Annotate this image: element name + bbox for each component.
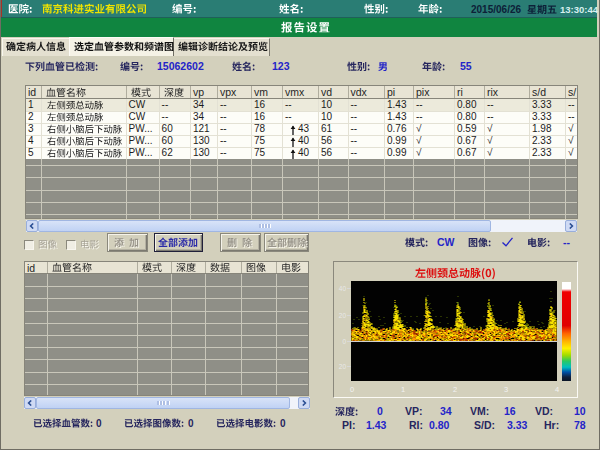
svg-text:0: 0 <box>342 338 346 345</box>
svg-text:3: 3 <box>504 385 508 394</box>
svg-text:2: 2 <box>453 385 457 394</box>
svg-text:0: 0 <box>350 385 354 394</box>
svg-text:40: 40 <box>339 285 347 292</box>
svg-text:4: 4 <box>555 385 559 394</box>
svg-text:1: 1 <box>401 385 405 394</box>
svg-text:20: 20 <box>339 363 347 370</box>
svg-text:20: 20 <box>339 312 347 319</box>
